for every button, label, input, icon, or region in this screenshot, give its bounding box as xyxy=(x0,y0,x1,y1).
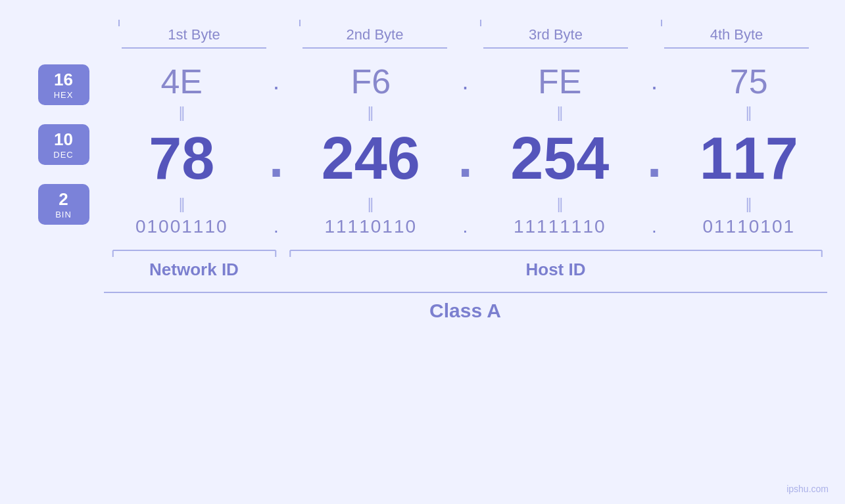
bin-val3: 11111110 xyxy=(514,216,606,237)
equals-row1: ‖ ‖ ‖ ‖ xyxy=(104,104,827,122)
dec-byte2: 246 xyxy=(293,125,449,193)
byte2-header: 2nd Byte xyxy=(285,26,466,49)
class-row: Class A xyxy=(104,292,827,322)
labels-row: Network ID Host ID xyxy=(104,260,827,280)
eq1-1: ‖ xyxy=(104,106,260,120)
dec-base-num: 10 xyxy=(46,129,82,150)
byte3-header: 3rd Byte xyxy=(466,26,646,49)
dot-dec1: . xyxy=(260,129,293,189)
network-bracket xyxy=(104,244,285,257)
eq2-2: ‖ xyxy=(293,197,449,212)
hex-badge: 16 HEX xyxy=(38,64,89,105)
hex-val1: 4E xyxy=(160,62,203,101)
eq1-2: ‖ xyxy=(293,106,449,120)
dec-byte3: 254 xyxy=(482,125,639,193)
hex-byte2: F6 xyxy=(293,62,449,101)
hex-val4: 75 xyxy=(730,62,768,101)
bin-byte2: 11110110 xyxy=(293,216,449,237)
byte4-header: 4th Byte xyxy=(646,26,827,49)
bracket-byte1 xyxy=(104,13,285,26)
dot-dec2: . xyxy=(449,129,482,189)
hex-byte1: 4E xyxy=(104,62,260,101)
bin-byte3: 11111110 xyxy=(482,216,639,237)
dot-hex3: . xyxy=(638,68,671,95)
bracket-byte3 xyxy=(466,13,646,26)
bin-base-name: BIN xyxy=(46,210,82,219)
hex-row: 4E . F6 . FE . 75 xyxy=(104,49,827,104)
bin-byte4: 01110101 xyxy=(671,216,827,237)
bottom-area: Network ID Host ID xyxy=(104,244,827,280)
footer: ipshu.com xyxy=(786,484,829,494)
eq1-3: ‖ xyxy=(482,106,639,120)
main-grid: 16 HEX 10 DEC 2 BIN 4E . F6 xyxy=(18,49,827,241)
bin-val2: 11110110 xyxy=(324,216,417,237)
eq1-4: ‖ xyxy=(671,106,827,120)
dot-hex1: . xyxy=(260,68,293,95)
hex-base-name: HEX xyxy=(46,90,82,100)
hex-byte4: 75 xyxy=(671,62,827,101)
eq2-4: ‖ xyxy=(671,197,827,212)
data-columns: 4E . F6 . FE . 75 ‖ ‖ xyxy=(104,49,827,241)
brackets-row xyxy=(104,244,827,257)
bracket-byte2 xyxy=(285,13,466,26)
dec-val2: 246 xyxy=(322,126,420,191)
top-brackets xyxy=(104,13,827,26)
hex-byte3: FE xyxy=(482,62,639,101)
bin-base-num: 2 xyxy=(46,189,82,210)
bin-val4: 01110101 xyxy=(702,216,795,237)
host-id-label: Host ID xyxy=(285,260,827,280)
equals-row2: ‖ ‖ ‖ ‖ xyxy=(104,196,827,213)
dec-val4: 117 xyxy=(700,126,798,191)
bin-badge: 2 BIN xyxy=(38,184,89,225)
network-id-label: Network ID xyxy=(104,260,285,280)
dec-row: 78 . 246 . 254 . 117 xyxy=(104,122,827,196)
dec-val1: 78 xyxy=(149,126,214,191)
dot-dec3: . xyxy=(638,129,671,189)
dot-hex2: . xyxy=(449,68,482,95)
dot-bin1: . xyxy=(260,216,293,237)
bracket-byte4 xyxy=(646,13,827,26)
dec-byte1: 78 xyxy=(104,125,260,193)
dec-byte4: 117 xyxy=(671,125,827,193)
bin-byte1: 01001110 xyxy=(104,216,260,237)
bin-row: 01001110 . 11110110 . 11111110 . 0111010… xyxy=(104,213,827,241)
dec-badge: 10 DEC xyxy=(38,124,89,165)
class-bracket-line xyxy=(104,292,827,293)
class-label: Class A xyxy=(104,292,827,322)
dec-base-name: DEC xyxy=(46,150,82,160)
base-labels: 16 HEX 10 DEC 2 BIN xyxy=(18,49,104,241)
bin-val1: 01001110 xyxy=(135,216,228,237)
dot-bin3: . xyxy=(638,216,671,237)
byte1-header: 1st Byte xyxy=(104,26,285,49)
eq2-1: ‖ xyxy=(104,197,260,212)
main-container: 1st Byte 2nd Byte 3rd Byte 4th Byte 16 H… xyxy=(0,0,845,504)
eq2-3: ‖ xyxy=(482,197,639,212)
hex-val2: F6 xyxy=(350,62,391,101)
dot-bin2: . xyxy=(449,216,482,237)
host-bracket xyxy=(285,244,827,257)
dec-val3: 254 xyxy=(510,126,609,191)
byte-headers: 1st Byte 2nd Byte 3rd Byte 4th Byte xyxy=(104,26,827,49)
hex-val3: FE xyxy=(538,62,581,101)
hex-base-num: 16 xyxy=(46,70,82,90)
